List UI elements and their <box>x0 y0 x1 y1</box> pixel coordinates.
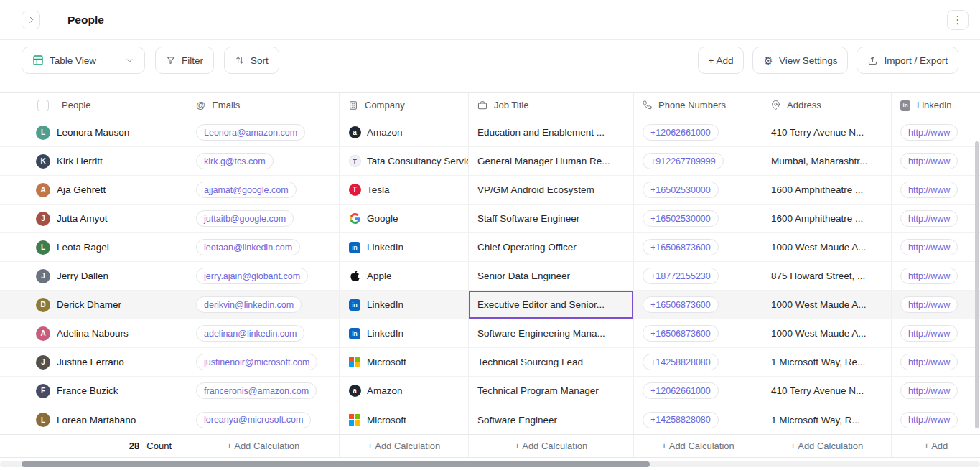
cell-email[interactable]: franceronis@amazon.com <box>187 377 340 405</box>
person-name[interactable]: Derick Dhamer <box>57 299 121 310</box>
linkedin-pill[interactable]: http://www <box>900 182 958 198</box>
linkedin-pill[interactable]: http://www <box>900 354 958 370</box>
cell-address[interactable]: 1000 West Maude A... <box>762 319 892 347</box>
cell-person[interactable]: L Lorean Martabano <box>0 405 187 434</box>
cell-phone[interactable]: +14258828080 <box>634 348 762 376</box>
cell-job[interactable]: Software Engineer <box>469 405 634 434</box>
cell-job[interactable]: Software Engineering Mana... <box>469 319 634 347</box>
phone-pill[interactable]: +18772155230 <box>643 268 719 284</box>
cell-address[interactable]: 410 Terry Avenue N... <box>762 118 892 146</box>
cell-address[interactable]: 1600 Amphitheatre ... <box>762 176 892 204</box>
add-calculation-phone-numbers[interactable]: + Add Calculation <box>634 435 762 457</box>
phone-pill[interactable]: +16502530000 <box>643 182 719 198</box>
add-calculation-job-title[interactable]: + Add Calculation <box>469 435 634 457</box>
linkedin-pill[interactable]: http://www <box>900 325 958 342</box>
email-pill[interactable]: adelinan@linkedin.com <box>196 325 304 342</box>
cell-person[interactable]: F France Buzick <box>0 377 187 405</box>
cell-company[interactable]: T Tata Consultancy Services <box>340 147 469 175</box>
cell-email[interactable]: leotaan@linkedin.com <box>187 233 340 261</box>
cell-linkedin[interactable]: http://www <box>892 291 980 319</box>
phone-pill[interactable]: +16506873600 <box>643 296 719 313</box>
cell-email[interactable]: Leonora@amazon.com <box>187 118 340 146</box>
cell-company[interactable]: Microsoft <box>340 348 469 376</box>
cell-company[interactable]: Apple <box>340 262 469 290</box>
cell-job[interactable]: Senior Data Engineer <box>469 262 634 290</box>
table-row[interactable]: J Jerry Dallen jerry.ajain@globant.com A… <box>0 262 980 291</box>
cell-job[interactable]: Education and Enablement ... <box>469 118 634 146</box>
cell-company[interactable]: in LinkedIn <box>340 233 469 261</box>
cell-address[interactable]: 875 Howard Street, ... <box>762 262 892 290</box>
phone-pill[interactable]: +912267789999 <box>643 153 724 169</box>
linkedin-pill[interactable]: http://www <box>900 124 958 141</box>
expand-sidebar-button[interactable] <box>22 11 40 29</box>
person-name[interactable]: Jutta Amyot <box>57 213 108 224</box>
person-name[interactable]: Leonora Mauson <box>57 127 129 138</box>
cell-person[interactable]: D Derick Dhamer <box>0 291 187 319</box>
cell-job[interactable]: Technical Program Manager <box>469 377 634 405</box>
linkedin-pill[interactable]: http://www <box>900 268 958 284</box>
cell-person[interactable]: A Adelina Nabours <box>0 319 187 347</box>
person-name[interactable]: Justine Ferrario <box>57 357 124 367</box>
cell-job[interactable]: Staff Software Engineer <box>469 205 634 232</box>
phone-pill[interactable]: +12062661000 <box>643 382 719 399</box>
cell-job[interactable]: Technical Sourcing Lead <box>469 348 634 376</box>
cell-phone[interactable]: +18772155230 <box>634 262 762 290</box>
cell-linkedin[interactable]: http://www <box>892 233 980 261</box>
cell-person[interactable]: K Kirk Herritt <box>0 147 187 175</box>
linkedin-pill[interactable]: http://www <box>900 382 958 399</box>
cell-phone[interactable]: +12062661000 <box>634 377 762 405</box>
table-row[interactable]: L Leonora Mauson Leonora@amazon.com a Am… <box>0 118 980 147</box>
cell-phone[interactable]: +16506873600 <box>634 319 762 347</box>
cell-phone[interactable]: +14258828080 <box>634 405 762 434</box>
cell-email[interactable]: ajjamat@google.com <box>187 176 340 204</box>
email-pill[interactable]: derikvin@linkedin.com <box>196 296 302 313</box>
cell-address[interactable]: 410 Terry Avenue N... <box>762 377 892 405</box>
cell-linkedin[interactable]: http://www <box>892 348 980 376</box>
sort-button[interactable]: Sort <box>224 47 279 74</box>
cell-company[interactable]: Microsoft <box>340 405 469 434</box>
table-row[interactable]: A Adelina Nabours adelinan@linkedin.com … <box>0 319 980 348</box>
cell-email[interactable]: derikvin@linkedin.com <box>187 291 340 319</box>
cell-person[interactable]: J Jutta Amyot <box>0 205 187 232</box>
email-pill[interactable]: franceronis@amazon.com <box>196 382 317 399</box>
select-all-checkbox[interactable] <box>37 100 49 111</box>
linkedin-pill[interactable]: http://www <box>900 296 958 313</box>
cell-email[interactable]: juttaitb@google.com <box>187 205 340 232</box>
phone-pill[interactable]: +14258828080 <box>643 354 719 370</box>
cell-linkedin[interactable]: http://www <box>892 118 980 146</box>
email-pill[interactable]: Leonora@amazon.com <box>196 124 305 141</box>
email-pill[interactable]: loreanya@microsoft.com <box>196 412 311 428</box>
cell-phone[interactable]: +16502530000 <box>634 176 762 204</box>
cell-job[interactable]: Executive Editor and Senior... <box>469 291 634 319</box>
vertical-scrollbar-thumb[interactable] <box>975 141 979 428</box>
cell-company[interactable]: T Tesla <box>340 176 469 204</box>
person-name[interactable]: Jerry Dallen <box>57 271 108 281</box>
cell-address[interactable]: 1 Microsoft Way, Re... <box>762 348 892 376</box>
cell-job[interactable]: Chief Operating Officer <box>469 233 634 261</box>
cell-linkedin[interactable]: http://www <box>892 405 980 434</box>
linkedin-pill[interactable]: http://www <box>900 412 958 428</box>
email-pill[interactable]: leotaan@linkedin.com <box>196 239 300 255</box>
table-row[interactable]: J Jutta Amyot juttaitb@google.com Google… <box>0 205 980 233</box>
column-header-company[interactable]: Company <box>340 93 469 118</box>
add-calculation-emails[interactable]: + Add Calculation <box>187 435 340 457</box>
person-name[interactable]: France Buzick <box>57 385 118 396</box>
cell-person[interactable]: L Leonora Mauson <box>0 118 187 146</box>
cell-person[interactable]: J Justine Ferrario <box>0 348 187 376</box>
cell-person[interactable]: J Jerry Dallen <box>0 262 187 290</box>
linkedin-pill[interactable]: http://www <box>900 239 958 255</box>
email-pill[interactable]: juttaitb@google.com <box>196 210 294 227</box>
column-header-linkedin[interactable]: in Linkedin <box>892 93 980 118</box>
column-header-job-title[interactable]: Job Title <box>469 93 634 118</box>
cell-person[interactable]: L Leota Ragel <box>0 233 187 261</box>
cell-email[interactable]: adelinan@linkedin.com <box>187 319 340 347</box>
cell-linkedin[interactable]: http://www <box>892 176 980 204</box>
cell-linkedin[interactable]: http://www <box>892 262 980 290</box>
cell-company[interactable]: a Amazon <box>340 118 469 146</box>
table-row[interactable]: F France Buzick franceronis@amazon.com a… <box>0 377 980 405</box>
cell-email[interactable]: jerry.ajain@globant.com <box>187 262 340 290</box>
add-button[interactable]: + Add <box>698 47 745 74</box>
cell-company[interactable]: in LinkedIn <box>340 291 469 319</box>
column-header-emails[interactable]: @ Emails <box>187 93 340 118</box>
phone-pill[interactable]: +14258828080 <box>643 412 719 428</box>
